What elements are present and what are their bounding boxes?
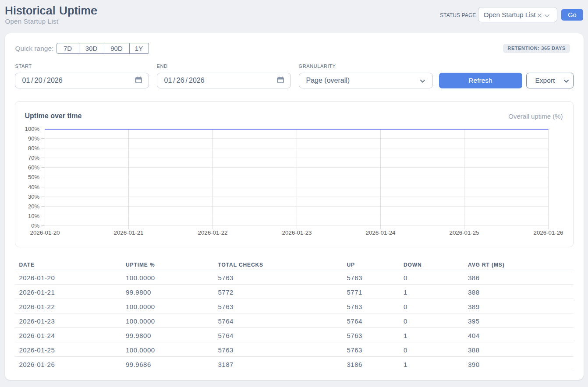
svg-text:2026-01-22: 2026-01-22 [198, 229, 227, 236]
svg-text:2026-01-20: 2026-01-20 [30, 229, 60, 236]
svg-text:90%: 90% [28, 135, 39, 142]
svg-text:0%: 0% [31, 222, 39, 229]
svg-text:80%: 80% [28, 145, 39, 151]
svg-text:10%: 10% [28, 213, 39, 219]
svg-text:70%: 70% [28, 155, 39, 161]
svg-text:60%: 60% [28, 164, 39, 171]
svg-text:2026-01-25: 2026-01-25 [449, 229, 479, 236]
svg-text:2026-01-23: 2026-01-23 [282, 229, 312, 236]
svg-text:50%: 50% [28, 174, 39, 180]
svg-text:2026-01-26: 2026-01-26 [533, 229, 563, 236]
svg-text:2026-01-24: 2026-01-24 [365, 229, 395, 236]
svg-text:2026-01-21: 2026-01-21 [113, 229, 143, 236]
svg-text:40%: 40% [28, 184, 39, 190]
svg-text:30%: 30% [28, 194, 39, 200]
svg-text:100%: 100% [25, 126, 40, 132]
svg-text:20%: 20% [28, 203, 39, 210]
